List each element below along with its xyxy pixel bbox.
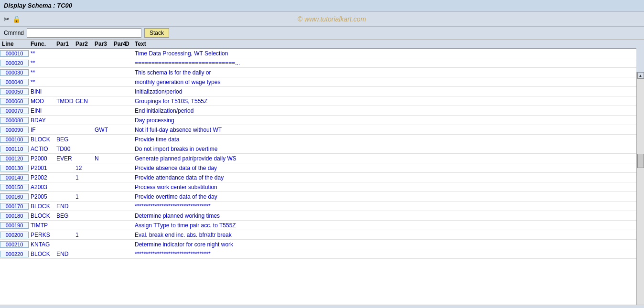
cell-func: BLOCK (29, 203, 54, 210)
table-row[interactable]: 000120 P2000 EVER N Generate planned pai… (0, 154, 636, 163)
table-row[interactable]: 000100 BLOCK BEG Provide time data (0, 135, 636, 144)
cell-line: 000140 (0, 174, 29, 181)
cell-text: Provide time data (133, 136, 636, 143)
cell-par1: TMOD (54, 98, 74, 105)
bottom-bar (0, 305, 644, 308)
cell-func: P2005 (29, 193, 54, 200)
toolbar: ✂ 🔒 © www.tutorialkart.com (0, 11, 644, 27)
cell-line: 000160 (0, 193, 29, 200)
cell-text: Provide overtime data of the day (133, 193, 636, 200)
cell-func: BLOCK (29, 136, 54, 143)
cell-func: EINI (29, 107, 54, 114)
table-row[interactable]: 000210 KNTAG Determine indicator for cor… (0, 240, 636, 249)
col-header-par2: Par2 (74, 41, 93, 47)
cell-text: Eval. break end inc. abs. bfr/aftr break (133, 232, 636, 238)
table-area: Line Func. Par1 Par2 Par3 Par4 D Text 00… (0, 40, 644, 305)
table-row[interactable]: 000190 TIMTP Assign TType to time pair a… (0, 221, 636, 230)
command-input[interactable] (27, 28, 141, 38)
cell-line: 000100 (0, 136, 29, 143)
col-header-par3: Par3 (93, 41, 112, 47)
table-row[interactable]: 000150 A2003 Process work center substit… (0, 182, 636, 192)
cell-func: ** (29, 60, 54, 66)
cell-par1: END (54, 203, 74, 210)
cell-func: ** (29, 79, 54, 85)
cell-line: 000190 (0, 222, 29, 229)
col-header-func: Func. (29, 41, 54, 47)
right-scrollbar[interactable]: ▲ ▼ (636, 72, 644, 305)
cell-par1: EVER (54, 155, 74, 162)
lock-icon[interactable]: 🔒 (12, 15, 21, 23)
table-row[interactable]: 000060 MOD TMOD GEN Groupings for T510S,… (0, 96, 636, 106)
cell-par2: 12 (74, 165, 93, 171)
cell-par2: 1 (74, 232, 93, 238)
watermark: © www.tutorialkart.com (23, 15, 640, 23)
cell-par2: GEN (74, 98, 93, 105)
table-row[interactable]: 000220 BLOCK END ***********************… (0, 249, 636, 259)
cell-func: KNTAG (29, 241, 54, 248)
cell-func: BLOCK (29, 251, 54, 257)
cell-text: Determine indicator for core night work (133, 241, 636, 248)
cell-text: ********************************** (133, 251, 636, 257)
cell-func: ** (29, 69, 54, 76)
cell-line: 000170 (0, 203, 29, 210)
cell-line: 000010 (0, 50, 29, 57)
table-row[interactable]: 000110 ACTIO TD00 Do not import breaks i… (0, 144, 636, 154)
cell-text: Day processing (133, 117, 636, 124)
cell-line: 000220 (0, 251, 29, 257)
cell-func: A2003 (29, 184, 54, 191)
col-header-text: Text (133, 41, 636, 47)
table-row[interactable]: 000140 P2002 1 Provide attendance data o… (0, 173, 636, 182)
table-row[interactable]: 000050 BINI Initialization/period (0, 87, 636, 96)
scroll-up-arrow[interactable]: ▲ (637, 72, 644, 79)
table-row[interactable]: 000070 EINI End initialization/period (0, 106, 636, 116)
table-row[interactable]: 000030 ** This schema is for the daily o… (0, 68, 636, 77)
main-content: Line Func. Par1 Par2 Par3 Par4 D Text 00… (0, 40, 644, 305)
table-row[interactable]: 000040 ** monthly generation of wage typ… (0, 77, 636, 87)
cell-func: P2001 (29, 165, 54, 171)
table-row[interactable]: 000130 P2001 12 Provide absence data of … (0, 163, 636, 173)
cell-line: 000050 (0, 88, 29, 95)
cell-func: ACTIO (29, 146, 54, 152)
cell-par1: TD00 (54, 146, 74, 152)
cell-line: 000120 (0, 155, 29, 162)
table-body: 000010 ** Time Data Processing, WT Selec… (0, 49, 636, 259)
col-header-d: D (123, 41, 133, 47)
table-row[interactable]: 000160 P2005 1 Provide overtime data of … (0, 192, 636, 202)
cell-text: End initialization/period (133, 107, 636, 114)
cell-par1: BEG (54, 136, 74, 143)
cell-par1: END (54, 251, 74, 257)
scroll-thumb[interactable] (637, 154, 644, 168)
cell-line: 000210 (0, 241, 29, 248)
table-row[interactable]: 000170 BLOCK END ***********************… (0, 202, 636, 211)
table-row[interactable]: 000010 ** Time Data Processing, WT Selec… (0, 49, 636, 58)
cell-line: 000070 (0, 107, 29, 114)
col-header-par1: Par1 (54, 41, 74, 47)
stack-button[interactable]: Stack (144, 28, 169, 38)
table-row[interactable]: 000090 IF GWT Not if full-day absence wi… (0, 125, 636, 135)
cell-par2: 1 (74, 193, 93, 200)
col-headers: Line Func. Par1 Par2 Par3 Par4 D Text (0, 40, 636, 49)
cell-text: Initialization/period (133, 88, 636, 95)
cell-func: IF (29, 127, 54, 133)
table-row[interactable]: 000180 BLOCK BEG Determine planned worki… (0, 211, 636, 221)
cell-text: Time Data Processing, WT Selection (133, 50, 636, 57)
scissors-icon[interactable]: ✂ (4, 15, 10, 23)
cell-text: Process work center substitution (133, 184, 636, 191)
cell-func: TIMTP (29, 222, 54, 229)
cell-text: This schema is for the daily or (133, 69, 636, 76)
col-header-line: Line (0, 41, 29, 47)
cell-text: Do not import breaks in overtime (133, 146, 636, 152)
cell-func: MOD (29, 98, 54, 105)
cell-func: BDAY (29, 117, 54, 124)
cell-line: 000020 (0, 60, 29, 66)
cell-text: Generate planned pair/provide daily WS (133, 155, 636, 162)
table-row[interactable]: 000200 PERKS 1 Eval. break end inc. abs.… (0, 230, 636, 240)
cell-par3: N (93, 155, 112, 162)
command-label: Cmmnd (4, 30, 24, 36)
cell-text: Groupings for T510S, T555Z (133, 98, 636, 105)
cell-par3: GWT (93, 127, 112, 133)
cell-text: Not if full-day absence without WT (133, 127, 636, 133)
cell-text: monthly generation of wage types (133, 79, 636, 85)
table-row[interactable]: 000080 BDAY Day processing (0, 116, 636, 125)
table-row[interactable]: 000020 ** ==============================… (0, 58, 636, 68)
